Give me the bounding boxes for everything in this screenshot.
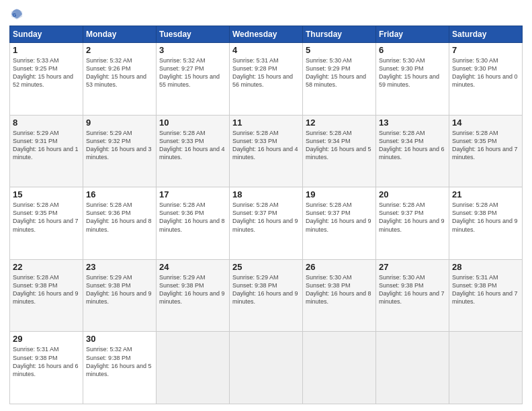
calendar-cell: 6Sunrise: 5:30 AMSunset: 9:30 PMDaylight… (376, 43, 449, 116)
day-detail: Sunrise: 5:28 AMSunset: 9:38 PMDaylight:… (13, 274, 79, 305)
calendar-cell: 14Sunrise: 5:28 AMSunset: 9:35 PMDayligh… (449, 115, 523, 187)
calendar-cell: 22Sunrise: 5:28 AMSunset: 9:38 PMDayligh… (10, 259, 83, 332)
day-number: 5 (306, 45, 373, 55)
day-number: 11 (232, 118, 300, 128)
calendar-week-row: 8Sunrise: 5:29 AMSunset: 9:31 PMDaylight… (10, 115, 523, 187)
day-number: 29 (13, 334, 80, 344)
calendar-cell (376, 332, 449, 404)
calendar-cell: 19Sunrise: 5:28 AMSunset: 9:37 PMDayligh… (303, 187, 376, 260)
day-detail: Sunrise: 5:30 AMSunset: 9:38 PMDaylight:… (379, 274, 445, 305)
calendar-cell: 18Sunrise: 5:28 AMSunset: 9:37 PMDayligh… (230, 187, 303, 260)
day-detail: Sunrise: 5:28 AMSunset: 9:37 PMDaylight:… (232, 201, 298, 232)
day-number: 26 (306, 262, 373, 272)
calendar-cell (230, 332, 303, 404)
day-number: 14 (452, 118, 519, 128)
day-detail: Sunrise: 5:29 AMSunset: 9:38 PMDaylight:… (86, 274, 152, 305)
calendar-cell: 27Sunrise: 5:30 AMSunset: 9:38 PMDayligh… (376, 259, 449, 332)
calendar-cell: 2Sunrise: 5:32 AMSunset: 9:26 PMDaylight… (83, 43, 157, 116)
calendar-cell: 25Sunrise: 5:29 AMSunset: 9:38 PMDayligh… (230, 259, 303, 332)
day-detail: Sunrise: 5:30 AMSunset: 9:30 PMDaylight:… (379, 57, 439, 88)
day-detail: Sunrise: 5:28 AMSunset: 9:35 PMDaylight:… (452, 130, 518, 161)
day-detail: Sunrise: 5:33 AMSunset: 9:25 PMDaylight:… (13, 57, 73, 88)
day-detail: Sunrise: 5:30 AMSunset: 9:29 PMDaylight:… (306, 57, 366, 88)
calendar-cell: 3Sunrise: 5:32 AMSunset: 9:27 PMDaylight… (157, 43, 230, 116)
calendar-cell: 21Sunrise: 5:28 AMSunset: 9:38 PMDayligh… (449, 187, 523, 260)
calendar-header: SundayMondayTuesdayWednesdayThursdayFrid… (10, 26, 523, 43)
day-number: 20 (379, 189, 446, 199)
day-detail: Sunrise: 5:28 AMSunset: 9:34 PMDaylight:… (306, 130, 371, 161)
day-detail: Sunrise: 5:28 AMSunset: 9:36 PMDaylight:… (159, 201, 225, 232)
day-number: 4 (232, 45, 300, 55)
day-number: 6 (379, 45, 446, 55)
day-detail: Sunrise: 5:29 AMSunset: 9:31 PMDaylight:… (13, 130, 79, 161)
calendar-cell: 20Sunrise: 5:28 AMSunset: 9:37 PMDayligh… (376, 187, 449, 260)
calendar-week-row: 15Sunrise: 5:28 AMSunset: 9:35 PMDayligh… (10, 187, 523, 260)
calendar-cell: 5Sunrise: 5:30 AMSunset: 9:29 PMDaylight… (303, 43, 376, 116)
calendar-cell: 1Sunrise: 5:33 AMSunset: 9:25 PMDaylight… (10, 43, 83, 116)
day-number: 30 (86, 334, 153, 344)
svg-text:G: G (12, 12, 16, 18)
day-number: 28 (452, 262, 519, 272)
calendar-week-row: 1Sunrise: 5:33 AMSunset: 9:25 PMDaylight… (10, 43, 523, 116)
day-number: 25 (232, 262, 300, 272)
calendar-cell: 17Sunrise: 5:28 AMSunset: 9:36 PMDayligh… (157, 187, 230, 260)
calendar-body: 1Sunrise: 5:33 AMSunset: 9:25 PMDaylight… (10, 43, 523, 404)
calendar-cell: 24Sunrise: 5:29 AMSunset: 9:38 PMDayligh… (157, 259, 230, 332)
day-detail: Sunrise: 5:28 AMSunset: 9:37 PMDaylight:… (306, 201, 371, 232)
day-detail: Sunrise: 5:28 AMSunset: 9:33 PMDaylight:… (159, 130, 225, 161)
calendar-cell: 11Sunrise: 5:28 AMSunset: 9:33 PMDayligh… (230, 115, 303, 187)
day-number: 24 (159, 262, 226, 272)
calendar-table: SundayMondayTuesdayWednesdayThursdayFrid… (9, 26, 523, 404)
day-detail: Sunrise: 5:30 AMSunset: 9:30 PMDaylight:… (452, 57, 518, 88)
day-number: 12 (306, 118, 373, 128)
header: G (9, 7, 523, 21)
day-number: 17 (159, 189, 226, 199)
calendar-cell (157, 332, 230, 404)
calendar-cell: 29Sunrise: 5:31 AMSunset: 9:38 PMDayligh… (10, 332, 83, 404)
day-detail: Sunrise: 5:28 AMSunset: 9:38 PMDaylight:… (452, 201, 518, 232)
calendar-week-row: 22Sunrise: 5:28 AMSunset: 9:38 PMDayligh… (10, 259, 523, 332)
calendar-cell (449, 332, 523, 404)
day-detail: Sunrise: 5:28 AMSunset: 9:34 PMDaylight:… (379, 130, 445, 161)
day-number: 22 (13, 262, 80, 272)
calendar-cell: 8Sunrise: 5:29 AMSunset: 9:31 PMDaylight… (10, 115, 83, 187)
day-detail: Sunrise: 5:29 AMSunset: 9:38 PMDaylight:… (159, 274, 225, 305)
calendar-container: G SundayMondayTuesdayWednesdayThursdayFr… (0, 0, 532, 411)
day-number: 18 (232, 189, 300, 199)
day-detail: Sunrise: 5:32 AMSunset: 9:38 PMDaylight:… (86, 346, 152, 377)
day-number: 10 (159, 118, 226, 128)
calendar-week-row: 29Sunrise: 5:31 AMSunset: 9:38 PMDayligh… (10, 332, 523, 404)
calendar-cell: 28Sunrise: 5:31 AMSunset: 9:38 PMDayligh… (449, 259, 523, 332)
calendar-cell: 13Sunrise: 5:28 AMSunset: 9:34 PMDayligh… (376, 115, 449, 187)
day-number: 3 (159, 45, 226, 55)
header-day: Friday (376, 26, 449, 43)
header-day: Wednesday (230, 26, 303, 43)
day-number: 7 (452, 45, 519, 55)
logo: G (9, 7, 27, 21)
day-detail: Sunrise: 5:31 AMSunset: 9:28 PMDaylight:… (232, 57, 293, 88)
calendar-cell: 4Sunrise: 5:31 AMSunset: 9:28 PMDaylight… (230, 43, 303, 116)
calendar-cell: 26Sunrise: 5:30 AMSunset: 9:38 PMDayligh… (303, 259, 376, 332)
day-detail: Sunrise: 5:31 AMSunset: 9:38 PMDaylight:… (13, 346, 79, 377)
header-day: Sunday (10, 26, 83, 43)
calendar-cell: 30Sunrise: 5:32 AMSunset: 9:38 PMDayligh… (83, 332, 157, 404)
day-number: 9 (86, 118, 153, 128)
day-number: 27 (379, 262, 446, 272)
header-day: Monday (83, 26, 157, 43)
day-detail: Sunrise: 5:32 AMSunset: 9:27 PMDaylight:… (159, 57, 220, 88)
day-detail: Sunrise: 5:28 AMSunset: 9:37 PMDaylight:… (379, 201, 445, 232)
day-number: 15 (13, 189, 80, 199)
logo-icon: G (9, 7, 24, 21)
calendar-cell: 7Sunrise: 5:30 AMSunset: 9:30 PMDaylight… (449, 43, 523, 116)
calendar-cell: 23Sunrise: 5:29 AMSunset: 9:38 PMDayligh… (83, 259, 157, 332)
calendar-cell: 16Sunrise: 5:28 AMSunset: 9:36 PMDayligh… (83, 187, 157, 260)
day-number: 23 (86, 262, 153, 272)
header-day: Tuesday (157, 26, 230, 43)
day-number: 21 (452, 189, 519, 199)
header-row: SundayMondayTuesdayWednesdayThursdayFrid… (10, 26, 523, 43)
day-detail: Sunrise: 5:29 AMSunset: 9:32 PMDaylight:… (86, 130, 152, 161)
day-detail: Sunrise: 5:30 AMSunset: 9:38 PMDaylight:… (306, 274, 371, 305)
day-detail: Sunrise: 5:29 AMSunset: 9:38 PMDaylight:… (232, 274, 298, 305)
day-number: 1 (13, 45, 80, 55)
day-number: 19 (306, 189, 373, 199)
